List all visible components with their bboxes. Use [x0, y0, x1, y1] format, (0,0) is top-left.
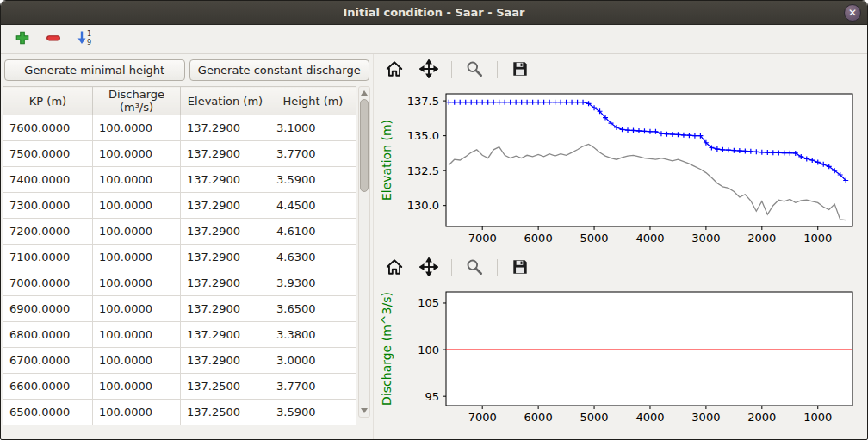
table-cell[interactable]: 100.0000 — [93, 219, 181, 245]
table-cell[interactable]: 6900.0000 — [3, 296, 93, 322]
table-cell[interactable]: 137.2900 — [181, 348, 270, 374]
table-row[interactable]: 7000.0000100.0000137.29003.9300 — [3, 270, 356, 296]
table-cell[interactable]: 4.4500 — [270, 193, 356, 219]
titlebar[interactable]: Initial condition - Saar - Saar ✕ — [1, 1, 867, 25]
remove-row-button[interactable] — [42, 28, 65, 51]
table-cell[interactable]: 6500.0000 — [3, 400, 93, 425]
scrollbar-thumb[interactable] — [360, 99, 369, 192]
table-cell[interactable]: 6700.0000 — [3, 348, 93, 374]
table-cell[interactable]: 6600.0000 — [3, 374, 93, 400]
window: Initial condition - Saar - Saar ✕ 1 9 — [0, 0, 868, 440]
table-cell[interactable]: 137.2900 — [181, 296, 270, 322]
table-cell[interactable]: 7600.0000 — [3, 115, 93, 141]
table-cell[interactable]: 137.2900 — [181, 245, 270, 270]
svg-text:130.0: 130.0 — [407, 199, 439, 212]
table-cell[interactable]: 100.0000 — [93, 141, 181, 167]
table-cell[interactable]: 7100.0000 — [3, 245, 93, 270]
home-icon — [385, 257, 404, 279]
column-header[interactable]: Discharge (m³/s) — [93, 87, 181, 115]
svg-text:7000: 7000 — [468, 232, 497, 245]
table-cell[interactable]: 137.2500 — [181, 374, 270, 400]
table-row[interactable]: 7100.0000100.0000137.29004.6300 — [3, 245, 356, 270]
table-cell[interactable]: 100.0000 — [93, 296, 181, 322]
save-icon — [511, 257, 530, 279]
table-cell[interactable]: 3.3800 — [270, 322, 356, 348]
save-button[interactable] — [508, 59, 532, 81]
table-cell[interactable]: 7400.0000 — [3, 167, 93, 193]
table-row[interactable]: 6700.0000100.0000137.29003.0000 — [3, 348, 356, 374]
pan-button[interactable] — [417, 59, 441, 81]
table-cell[interactable]: 3.9300 — [270, 270, 356, 296]
generate-constant-discharge-button[interactable]: Generate constant discharge — [189, 59, 370, 81]
add-row-button[interactable] — [11, 28, 34, 51]
table-cell[interactable]: 3.5900 — [270, 400, 356, 425]
table-row[interactable]: 7500.0000100.0000137.29003.7700 — [3, 141, 356, 167]
svg-text:Elevation (m): Elevation (m) — [380, 120, 394, 201]
table-cell[interactable]: 137.2500 — [181, 400, 270, 425]
table-cell[interactable]: 137.2900 — [181, 167, 270, 193]
elevation-plot[interactable]: 7000600050004000300020001000130.0132.513… — [377, 84, 863, 254]
table-cell[interactable]: 137.2900 — [181, 115, 270, 141]
column-header[interactable]: Height (m) — [270, 87, 356, 115]
table-cell[interactable]: 137.2900 — [181, 141, 270, 167]
column-header[interactable]: KP (m) — [3, 87, 93, 115]
table-cell[interactable]: 100.0000 — [93, 322, 181, 348]
table-scrollbar[interactable] — [358, 86, 370, 418]
table-cell[interactable]: 3.0000 — [270, 348, 356, 374]
table-row[interactable]: 7300.0000100.0000137.29004.4500 — [3, 193, 356, 219]
column-header[interactable]: Elevation (m) — [181, 87, 270, 115]
zoom-button[interactable] — [462, 59, 487, 81]
table-cell[interactable]: 100.0000 — [93, 400, 181, 425]
table-cell[interactable]: 3.5900 — [270, 167, 356, 193]
table-cell[interactable]: 6800.0000 — [3, 322, 93, 348]
table-row[interactable]: 7400.0000100.0000137.29003.5900 — [3, 167, 356, 193]
table-cell[interactable]: 100.0000 — [93, 245, 181, 270]
table-row[interactable]: 6900.0000100.0000137.29003.6500 — [3, 296, 356, 322]
pan-icon — [419, 59, 438, 81]
table-cell[interactable]: 100.0000 — [93, 167, 181, 193]
table-body: 7600.0000100.0000137.29003.10007500.0000… — [3, 115, 356, 425]
save-button[interactable] — [508, 257, 532, 279]
table-cell[interactable]: 7300.0000 — [3, 193, 93, 219]
table-cell[interactable]: 100.0000 — [93, 115, 181, 141]
zoom-button[interactable] — [462, 257, 487, 279]
discharge-plot[interactable]: 700060005000400030002000100095100105Disc… — [377, 282, 863, 433]
table-cell[interactable]: 3.6500 — [270, 296, 356, 322]
table-cell[interactable]: 100.0000 — [93, 348, 181, 374]
svg-text:95: 95 — [425, 390, 439, 403]
table-cell[interactable]: 4.6100 — [270, 219, 356, 245]
table-cell[interactable]: 4.6300 — [270, 245, 356, 270]
table-cell[interactable]: 100.0000 — [93, 193, 181, 219]
table-cell[interactable]: 137.2900 — [181, 270, 270, 296]
generate-minimal-height-button[interactable]: Generate minimal height — [4, 59, 185, 81]
close-button[interactable]: ✕ — [844, 4, 861, 22]
pan-button[interactable] — [417, 257, 441, 279]
svg-text:1: 1 — [87, 30, 91, 38]
table-row[interactable]: 7200.0000100.0000137.29004.6100 — [3, 219, 356, 245]
table-cell[interactable]: 137.2900 — [181, 322, 270, 348]
table-cell[interactable]: 3.1000 — [270, 115, 356, 141]
table-cell[interactable]: 7500.0000 — [3, 141, 93, 167]
sort-button[interactable]: 1 9 — [73, 28, 96, 51]
table-row[interactable]: 7600.0000100.0000137.29003.1000 — [3, 115, 356, 141]
initial-condition-table: KP (m)Discharge (m³/s)Elevation (m)Heigh… — [3, 86, 356, 425]
table-cell[interactable]: 100.0000 — [93, 270, 181, 296]
home-button[interactable] — [382, 257, 406, 279]
table-cell[interactable]: 3.7700 — [270, 141, 356, 167]
close-icon: ✕ — [848, 7, 857, 19]
table-row[interactable]: 6500.0000100.0000137.25003.5900 — [3, 400, 356, 425]
table-cell[interactable]: 7000.0000 — [3, 270, 93, 296]
table-cell[interactable]: 137.2900 — [181, 219, 270, 245]
home-button[interactable] — [382, 59, 406, 81]
table-cell[interactable]: 7200.0000 — [3, 219, 93, 245]
table-cell[interactable]: 137.2900 — [181, 193, 270, 219]
table-row[interactable]: 6800.0000100.0000137.29003.3800 — [3, 322, 356, 348]
remove-icon — [46, 30, 61, 48]
scrollbar-track[interactable] — [359, 99, 369, 405]
scroll-up-icon[interactable] — [361, 90, 368, 96]
table-cell[interactable]: 100.0000 — [93, 374, 181, 400]
left-panel: Generate minimal height Generate constan… — [1, 54, 373, 439]
table-cell[interactable]: 3.7700 — [270, 374, 356, 400]
scroll-down-icon[interactable] — [361, 408, 368, 413]
table-row[interactable]: 6600.0000100.0000137.25003.7700 — [3, 374, 356, 400]
